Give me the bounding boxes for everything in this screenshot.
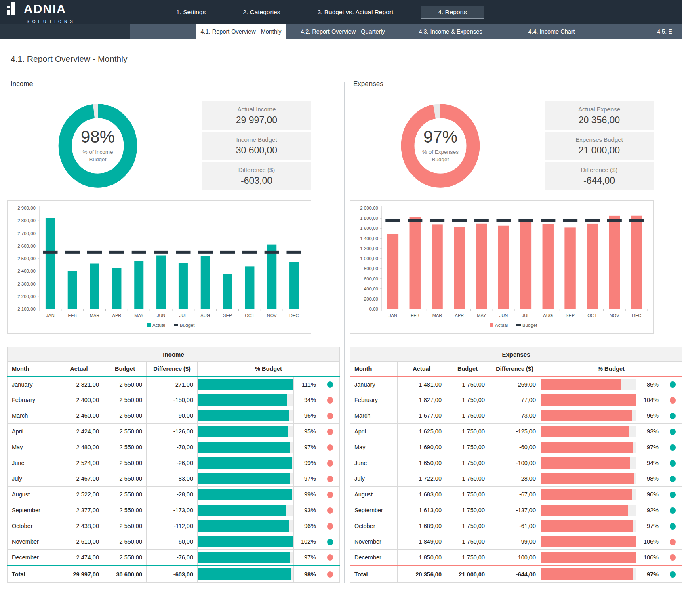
expenses-panel: Expenses 97% % of Expenses Budget Actual… <box>350 80 682 583</box>
cell-pct-bar <box>540 455 636 471</box>
cell-difference: 99,00 <box>489 534 540 550</box>
cell-status <box>320 376 340 392</box>
pct-bar-fill <box>541 426 629 437</box>
svg-text:2 600,00: 2 600,00 <box>17 244 36 248</box>
cell-month: Total <box>8 566 55 583</box>
top-nav-item[interactable]: 4. Reports <box>421 6 484 19</box>
cell-pct-value: 102% <box>294 534 320 550</box>
pct-bar-track <box>541 473 636 484</box>
cell-difference: -28,00 <box>147 487 198 502</box>
donut-caption: % of Expenses Budget <box>418 149 463 163</box>
table-row: January1 481,001 750,00-269,0085% <box>350 376 682 392</box>
status-dot <box>670 571 676 578</box>
cell-status <box>320 424 340 439</box>
cell-actual: 1 625,00 <box>398 424 446 439</box>
donut-percent: 97% <box>423 128 457 145</box>
pct-bar-track <box>541 536 636 547</box>
cell-month: August <box>350 487 398 502</box>
cell-month: January <box>350 376 398 392</box>
expenses-section-title: Expenses <box>353 80 682 88</box>
cell-difference: -76,00 <box>147 550 198 566</box>
cell-pct-value: 94% <box>294 392 320 408</box>
sub-nav-item[interactable]: 4.5. E <box>657 24 682 39</box>
cell-pct-bar <box>198 392 294 408</box>
cell-pct-value: 97% <box>294 439 320 455</box>
cell-difference: -90,00 <box>147 408 198 424</box>
pct-bar-track <box>198 568 293 580</box>
cell-actual: 1 613,00 <box>398 502 446 518</box>
svg-text:2 800,00: 2 800,00 <box>17 218 36 223</box>
cell-difference: -112,00 <box>147 518 198 534</box>
table-row: September1 613,001 750,00-137,0092% <box>350 502 682 518</box>
cell-difference: -26,00 <box>147 455 198 471</box>
sub-nav-item[interactable]: 4.3. Income & Expenses <box>400 24 501 39</box>
pct-bar-fill <box>198 410 289 421</box>
cell-pct-bar <box>198 534 294 550</box>
brand-tagline: SOLUTIONS <box>27 19 126 24</box>
cell-pct-bar <box>540 566 636 583</box>
cell-status <box>663 502 682 518</box>
cell-budget: 1 750,00 <box>446 408 489 424</box>
stat-label: Income Budget <box>236 136 277 143</box>
cell-status <box>663 471 682 487</box>
cell-budget: 1 750,00 <box>446 376 489 392</box>
expenses-table-wrap: ExpensesMonthActualBudgetDifference ($)%… <box>350 347 682 583</box>
adnia-logo: ADNIA SOLUTIONS <box>0 0 126 24</box>
cell-pct-bar <box>198 376 294 392</box>
table-row: November1 849,001 750,0099,00106% <box>350 534 682 550</box>
cell-difference: -28,00 <box>489 471 540 487</box>
table-row: December2 474,002 550,00-76,0097% <box>8 550 340 566</box>
pct-bar-track <box>198 489 293 500</box>
sub-nav-item[interactable]: 4.1. Report Overview - Monthly <box>196 24 286 39</box>
top-nav-item[interactable]: 2. Categories <box>224 0 299 24</box>
cell-budget: 2 550,00 <box>103 376 147 392</box>
cell-actual: 2 524,00 <box>55 455 103 471</box>
pct-bar-fill <box>541 457 630 469</box>
cell-actual: 1 677,00 <box>398 408 446 424</box>
sub-nav-item[interactable]: 4.2. Report Overview - Quarterly <box>286 24 400 39</box>
pct-bar-track <box>198 505 293 516</box>
cell-status <box>320 550 340 566</box>
stat-box: Actual Income29 997,00 <box>202 101 311 130</box>
col-header-actual: Actual <box>55 362 103 376</box>
sub-nav-item[interactable]: 4.4. Income Chart <box>501 24 602 39</box>
svg-text:MAR: MAR <box>90 313 100 318</box>
table-title-row: Income <box>8 347 340 362</box>
cell-month: Total <box>350 566 398 583</box>
pct-bar-fill <box>541 520 633 532</box>
top-nav-item[interactable]: 3. Budget vs. Actual Report <box>299 0 412 24</box>
cell-month: August <box>8 487 55 502</box>
cell-pct-value: 106% <box>636 534 663 550</box>
expenses-donut-label: 97% % of Expenses Budget <box>398 100 483 191</box>
stat-box: Income Budget30 600,00 <box>202 132 311 160</box>
table-row: August1 683,001 750,00-67,0096% <box>350 487 682 502</box>
table-header-row: MonthActualBudgetDifference ($)% Budget <box>350 362 682 376</box>
svg-text:600,00: 600,00 <box>364 276 378 281</box>
table-row: February1 827,001 750,0077,00104% <box>350 392 682 408</box>
expenses-stats: Actual Expense20 356,00Expenses Budget21… <box>545 101 654 190</box>
page-title: 4.1. Report Overview - Monthly <box>11 54 682 64</box>
cell-pct-bar <box>540 439 636 455</box>
status-dot <box>670 554 676 561</box>
cell-status <box>320 455 340 471</box>
cell-pct-value: 85% <box>636 376 663 392</box>
cell-pct-bar <box>198 550 294 566</box>
cell-pct-value: 98% <box>294 566 320 583</box>
cell-actual: 2 377,00 <box>55 502 103 518</box>
top-nav-item[interactable]: 1. Settings <box>158 0 224 24</box>
cell-pct-value: 97% <box>636 566 663 583</box>
cell-month: May <box>8 439 55 455</box>
svg-text:OCT: OCT <box>245 313 255 318</box>
stat-box: Difference ($)-644,00 <box>545 162 654 190</box>
cell-pct-value: 98% <box>636 471 663 487</box>
cell-pct-bar <box>540 424 636 439</box>
cell-month: September <box>350 502 398 518</box>
pct-bar-fill <box>541 568 633 580</box>
expenses-bar-chart: 0,00200,00400,00600,00800,001 000,001 20… <box>350 202 653 332</box>
cell-pct-bar <box>198 487 294 502</box>
stat-value: -644,00 <box>583 175 615 186</box>
status-dot <box>327 460 333 467</box>
stat-label: Difference ($) <box>581 166 618 173</box>
pct-bar-fill <box>541 489 632 500</box>
pct-bar-fill <box>198 473 290 484</box>
